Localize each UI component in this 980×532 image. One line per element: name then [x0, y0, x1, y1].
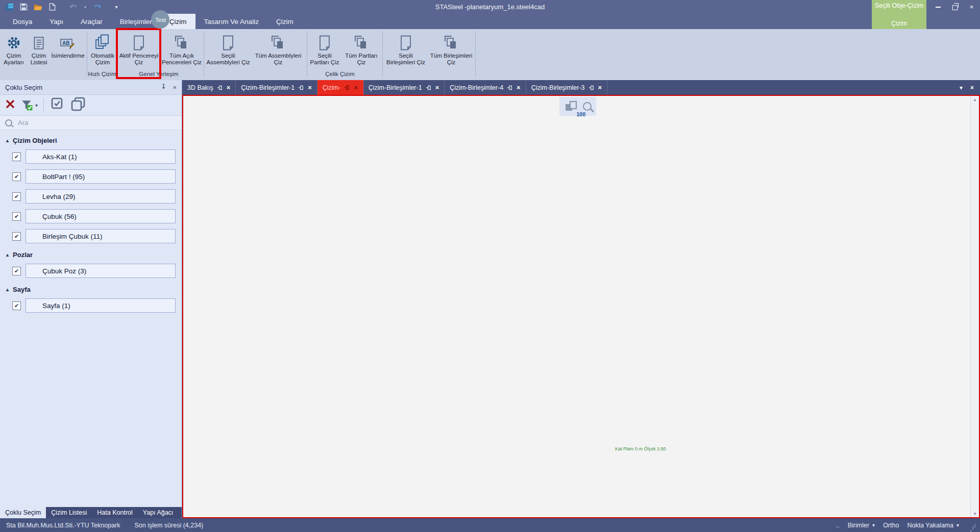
window-title: STASteel -planetaryum_1e.steel4cad: [0, 3, 980, 11]
checkbox[interactable]: ✔: [12, 153, 21, 161]
scroll-up-icon[interactable]: ▴: [974, 97, 976, 102]
zoom-search-icon[interactable]: [583, 102, 592, 111]
multi-page-icon: [161, 32, 203, 50]
ribbon-cizim-listesi-button[interactable]: Çizim Listesi: [28, 32, 50, 66]
tree-group-sayfa[interactable]: ▴ Sayfa: [0, 284, 182, 297]
checkbox[interactable]: ✔: [12, 267, 21, 275]
status-ortho-toggle[interactable]: Ortho: [883, 522, 899, 529]
collapse-icon[interactable]: ▴: [6, 252, 9, 258]
ribbon-secili-birlesimleri-ciz-button[interactable]: Seçili Birleşimleri Çiz: [384, 32, 428, 66]
ribbon-tum-partlari-ciz-button[interactable]: Tüm Partları Çiz: [342, 32, 381, 66]
panel-tab-coklu-secim[interactable]: Çoklu Seçim: [0, 507, 46, 518]
select-checked-button[interactable]: [50, 96, 65, 114]
ribbon-separator: [307, 31, 307, 77]
status-bar: Sta Bil.Muh.Mus.Ltd.Sti.-YTU Teknopark S…: [0, 518, 980, 532]
drawing-canvas[interactable]: [183, 96, 970, 517]
ribbon-isimlendirme-button[interactable]: AB İsimlendirme: [50, 32, 86, 59]
checkbox[interactable]: ✔: [12, 212, 21, 221]
pin-icon[interactable]: [589, 85, 595, 91]
panel-tab-cizim-listesi[interactable]: Çizim Listesi: [46, 507, 92, 518]
close-button[interactable]: ×: [963, 0, 980, 14]
menu-cizim-2[interactable]: Çizim: [267, 14, 302, 29]
doc-tab-cizim-birlesimler-1b[interactable]: Çizim-Birleşimler-1 ×: [363, 80, 445, 95]
close-icon[interactable]: ×: [970, 84, 974, 91]
doc-tab-cizim-birlesimler-4[interactable]: Çizim-Birleşimler-4 ×: [445, 80, 526, 95]
pin-icon[interactable]: [161, 84, 166, 91]
doc-tab-cizim-birlesimler-1a[interactable]: Çizim-Birleşimler-1 ×: [236, 80, 317, 95]
tree-item-sayfa[interactable]: ✔ Sayfa (1): [12, 298, 176, 313]
checkbox[interactable]: ✔: [12, 172, 21, 181]
checkbox[interactable]: ✔: [12, 192, 21, 201]
panel-tab-hata-kontrol[interactable]: Hata Kontrol: [92, 507, 137, 518]
vertical-scrollbar[interactable]: ▴ ▾: [970, 96, 979, 517]
tree-item-birlesim-cubuk[interactable]: ✔ Birleşim Çubuk (11): [12, 229, 176, 243]
quick-access-toolbar: ▾ ▾: [0, 3, 121, 12]
menu-dosya[interactable]: Dosya: [4, 14, 41, 29]
tree-group-pozlar[interactable]: ▴ Pozlar: [0, 249, 182, 262]
qat-customize-icon[interactable]: ▾: [112, 3, 121, 12]
tree-item-levha[interactable]: ✔ Levha (29): [12, 189, 176, 204]
tree-group-cizim-objeleri[interactable]: ▴ Çizim Objeleri: [0, 135, 182, 148]
close-icon[interactable]: ×: [435, 84, 439, 91]
undo-icon[interactable]: [69, 3, 78, 12]
checkbox[interactable]: ✔: [12, 301, 21, 310]
pin-icon[interactable]: [217, 85, 223, 91]
pin-icon[interactable]: [426, 85, 432, 91]
filter-button[interactable]: ▾: [21, 99, 38, 111]
clear-selection-button[interactable]: [5, 99, 15, 111]
ribbon-tum-birlesimleri-ciz-button[interactable]: Tüm Birleşimleri Çiz: [429, 32, 474, 66]
status-company: Sta Bil.Muh.Mus.Ltd.Sti.-YTU Teknopark: [6, 522, 120, 529]
ribbon-tum-assemblyleri-ciz-button[interactable]: Tüm Assemblyleri Çiz: [252, 32, 304, 66]
save-icon[interactable]: [19, 3, 28, 12]
tab-list-dropdown-icon[interactable]: ▾: [960, 84, 963, 91]
chevron-down-icon: ▾: [872, 522, 875, 528]
menu-yapi[interactable]: Yapı: [41, 14, 72, 29]
pin-icon[interactable]: [507, 85, 513, 91]
restore-button[interactable]: [946, 0, 963, 14]
app-icon[interactable]: [5, 3, 14, 12]
resize-grip[interactable]: [970, 522, 976, 528]
menu-araclar[interactable]: Araçlar: [72, 14, 111, 29]
close-icon[interactable]: ×: [354, 84, 358, 91]
collapse-icon[interactable]: ▴: [6, 287, 9, 292]
collapse-icon[interactable]: ▴: [6, 138, 9, 143]
select-multiple-button[interactable]: [70, 96, 86, 114]
ribbon-cizim-ayarlari-button[interactable]: Çizim Ayarları: [1, 32, 27, 66]
new-file-icon[interactable]: [47, 3, 57, 12]
doc-tab-cizim-birlesimler-3[interactable]: Çizim-Birleşimler-3 ×: [526, 80, 607, 95]
close-icon[interactable]: ×: [227, 84, 231, 91]
chevron-down-icon[interactable]: ▾: [35, 103, 38, 108]
undo-dropdown-icon[interactable]: ▾: [83, 3, 87, 12]
pin-icon[interactable]: [344, 85, 350, 91]
ribbon-secili-partlari-ciz-button[interactable]: Seçili Partları Çiz: [308, 32, 341, 66]
scroll-down-icon[interactable]: ▾: [974, 511, 976, 516]
menu-tasarim-ve-analiz[interactable]: Tasarım Ve Analiz: [195, 14, 267, 29]
tree-item-aks-kat[interactable]: ✔ Aks-Kat (1): [12, 149, 176, 164]
tree-item-boltpart[interactable]: ✔ BoltPart ! (95): [12, 169, 176, 184]
doc-tab-3d-bakis[interactable]: 3D Bakış ×: [182, 80, 236, 95]
open-folder-icon[interactable]: [33, 3, 42, 12]
close-icon[interactable]: ×: [598, 84, 602, 91]
ribbon-secili-assemblyleri-ciz-button[interactable]: Seçili Assemblyleri Çiz: [205, 32, 251, 66]
ribbon-button-label: İsimlendirme: [50, 53, 86, 59]
close-icon[interactable]: ×: [517, 84, 521, 91]
redo-icon[interactable]: [92, 3, 102, 12]
zoom-widget[interactable]: 100: [559, 97, 596, 116]
gear-icon: [1, 32, 27, 50]
ribbon-tum-acik-pencereleri-ciz-button[interactable]: Tüm Açık Pencereleri Çiz: [161, 32, 203, 66]
tree-item-cubuk[interactable]: ✔ Çubuk (56): [12, 209, 176, 223]
ribbon-separator: [475, 31, 476, 77]
checkbox[interactable]: ✔: [12, 232, 21, 241]
search-input[interactable]: [17, 118, 157, 127]
ribbon-otomatik-cizim-button[interactable]: Otomatik Çizim: [89, 32, 116, 66]
status-units-dropdown[interactable]: Birimler ▾: [848, 522, 875, 529]
panel-tab-yapi-agaci[interactable]: Yapı Ağacı: [138, 507, 179, 518]
minimize-button[interactable]: [929, 0, 946, 14]
ribbon-separator: [87, 31, 87, 77]
tree-item-cubuk-poz[interactable]: ✔ Çubuk Poz (3): [12, 264, 176, 278]
status-snap-dropdown[interactable]: Nokta Yakalama ▾: [907, 522, 959, 529]
doc-tab-cizim-alert[interactable]: Çizim- ×: [317, 80, 363, 95]
pin-icon[interactable]: [298, 85, 304, 91]
close-icon[interactable]: ×: [308, 84, 312, 91]
close-icon[interactable]: ×: [173, 84, 177, 91]
